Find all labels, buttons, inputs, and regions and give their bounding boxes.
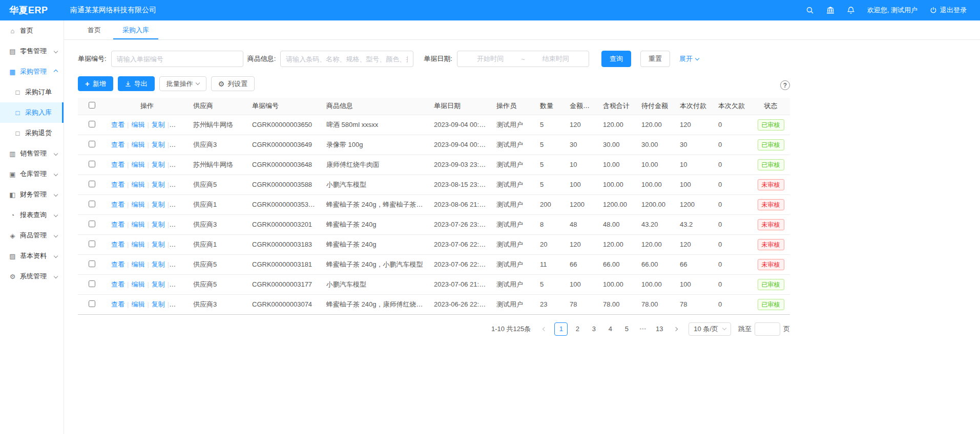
sidebar-item-retail[interactable]: ▤零售管理 bbox=[0, 41, 64, 61]
action-separator: | bbox=[168, 221, 169, 228]
row-action-edit[interactable]: 编辑 bbox=[131, 261, 144, 268]
row-action-copy[interactable]: 复制 bbox=[152, 280, 165, 288]
sidebar-item-purchase-in[interactable]: □采购入库 bbox=[0, 102, 64, 123]
sidebar-item-finance[interactable]: ◧财务管理 bbox=[0, 184, 64, 205]
row-checkbox[interactable] bbox=[89, 221, 95, 227]
reset-button[interactable]: 重置 bbox=[640, 51, 670, 67]
date-range-input[interactable]: 开始时间 ~ 结束时间 bbox=[457, 51, 589, 67]
row-action-view[interactable]: 查看 bbox=[111, 261, 124, 268]
row-action-view[interactable]: 查看 bbox=[111, 141, 124, 148]
row-checkbox[interactable] bbox=[89, 161, 95, 167]
bill-no-input[interactable] bbox=[111, 51, 243, 67]
add-button[interactable]: + 新增 bbox=[78, 76, 113, 91]
row-action-copy[interactable]: 复制 bbox=[152, 121, 165, 128]
row-checkbox[interactable] bbox=[89, 181, 95, 187]
sidebar-item-purchase-return[interactable]: □采购退货 bbox=[0, 123, 64, 143]
row-checkbox[interactable] bbox=[89, 280, 95, 287]
row-action-edit[interactable]: 编辑 bbox=[131, 181, 144, 188]
row-checkbox[interactable] bbox=[89, 121, 95, 127]
row-action-copy[interactable]: 复制 bbox=[152, 141, 165, 148]
bell-icon[interactable] bbox=[847, 6, 855, 14]
row-action-copy[interactable]: 复制 bbox=[152, 201, 165, 208]
tab-home[interactable]: 首页 bbox=[78, 20, 110, 39]
logout-button[interactable]: 退出登录 bbox=[930, 6, 967, 15]
row-action-view[interactable]: 查看 bbox=[111, 201, 124, 208]
page-button-1[interactable]: 1 bbox=[554, 322, 568, 336]
expand-link[interactable]: 展开 bbox=[679, 54, 699, 63]
sidebar-item-label: 仓库管理 bbox=[20, 169, 54, 179]
row-actions-cell: 查看|编辑|复制|删除 bbox=[106, 115, 188, 135]
cell-qty: 5 bbox=[535, 274, 565, 294]
page-button-5[interactable]: 5 bbox=[620, 322, 633, 336]
row-action-view[interactable]: 查看 bbox=[111, 121, 124, 128]
company-name: 南通某某网络科技有限公司 bbox=[70, 6, 156, 15]
page-button-13[interactable]: 13 bbox=[653, 322, 666, 336]
row-action-edit[interactable]: 编辑 bbox=[131, 161, 144, 168]
pagination-pages: 12345•••13 bbox=[554, 322, 666, 336]
jump-page-input[interactable] bbox=[755, 322, 780, 336]
row-checkbox[interactable] bbox=[89, 261, 95, 267]
cell-total: 30 bbox=[565, 135, 598, 155]
row-checkbox[interactable] bbox=[89, 141, 95, 147]
sidebar-item-label: 采购管理 bbox=[20, 67, 54, 76]
row-action-edit[interactable]: 编辑 bbox=[131, 121, 144, 128]
row-action-view[interactable]: 查看 bbox=[111, 280, 124, 288]
export-button[interactable]: 导出 bbox=[118, 76, 155, 91]
sidebar-item-system[interactable]: ⚙系统管理 bbox=[0, 266, 64, 287]
column-header: 本次欠款 bbox=[713, 98, 752, 115]
row-action-view[interactable]: 查看 bbox=[111, 181, 124, 188]
page-button-4[interactable]: 4 bbox=[603, 322, 617, 336]
status-badge: 未审核 bbox=[758, 219, 784, 230]
help-icon[interactable]: ? bbox=[780, 80, 790, 90]
sidebar-item-report[interactable]: ◔报表查询 bbox=[0, 205, 64, 225]
cell-status: 未审核 bbox=[752, 234, 790, 254]
page-button-2[interactable]: 2 bbox=[571, 322, 584, 336]
row-action-copy[interactable]: 复制 bbox=[152, 241, 165, 248]
status-badge: 已审核 bbox=[758, 159, 784, 170]
row-action-edit[interactable]: 编辑 bbox=[131, 280, 144, 288]
page-size-select[interactable]: 10 条/页 bbox=[689, 322, 731, 336]
prev-page-button[interactable] bbox=[538, 322, 551, 336]
sidebar-item-goods[interactable]: ◈商品管理 bbox=[0, 225, 64, 246]
welcome-text: 欢迎您, 测试用户 bbox=[867, 6, 918, 15]
row-checkbox[interactable] bbox=[89, 201, 95, 207]
row-action-edit[interactable]: 编辑 bbox=[131, 141, 144, 148]
row-action-edit[interactable]: 编辑 bbox=[131, 201, 144, 208]
row-action-view[interactable]: 查看 bbox=[111, 161, 124, 168]
logout-label: 退出登录 bbox=[940, 6, 967, 15]
row-action-edit[interactable]: 编辑 bbox=[131, 300, 144, 308]
sidebar-item-warehouse[interactable]: ▣仓库管理 bbox=[0, 164, 64, 184]
cell-tax_total: 100.00 bbox=[598, 274, 636, 294]
row-checkbox[interactable] bbox=[89, 241, 95, 247]
batch-operations-button[interactable]: 批量操作 bbox=[159, 76, 206, 91]
row-action-view[interactable]: 查看 bbox=[111, 221, 124, 228]
sidebar-item-basic[interactable]: ▨基本资料 bbox=[0, 246, 64, 266]
search-button[interactable]: 查询 bbox=[601, 51, 631, 67]
sidebar-item-purchase-order[interactable]: □采购订单 bbox=[0, 82, 64, 102]
platform-icon[interactable] bbox=[826, 6, 835, 14]
row-action-edit[interactable]: 编辑 bbox=[131, 221, 144, 228]
select-all-checkbox[interactable] bbox=[89, 102, 95, 108]
row-action-edit[interactable]: 编辑 bbox=[131, 241, 144, 248]
row-action-view[interactable]: 查看 bbox=[111, 241, 124, 248]
row-action-copy[interactable]: 复制 bbox=[152, 261, 165, 268]
sidebar-item-purchase[interactable]: ▦采购管理 bbox=[0, 61, 64, 82]
row-checkbox[interactable] bbox=[89, 300, 95, 307]
page-button-3[interactable]: 3 bbox=[587, 322, 600, 336]
column-header: 商品信息 bbox=[321, 98, 429, 115]
app-logo[interactable]: 华夏ERP bbox=[0, 4, 64, 16]
row-action-copy[interactable]: 复制 bbox=[152, 161, 165, 168]
row-action-copy[interactable]: 复制 bbox=[152, 221, 165, 228]
row-action-copy[interactable]: 复制 bbox=[152, 300, 165, 308]
column-settings-button[interactable]: ⚙ 列设置 bbox=[211, 76, 255, 91]
material-input[interactable] bbox=[280, 51, 413, 67]
row-action-copy[interactable]: 复制 bbox=[152, 181, 165, 188]
sidebar-item-sales[interactable]: ▥销售管理 bbox=[0, 143, 64, 164]
row-action-view[interactable]: 查看 bbox=[111, 300, 124, 308]
row-select-cell bbox=[78, 234, 106, 254]
next-page-button[interactable] bbox=[669, 322, 682, 336]
cell-due: 120.00 bbox=[636, 115, 675, 135]
sidebar-item-home[interactable]: ⌂首页 bbox=[0, 20, 64, 41]
tab-purchase-in[interactable]: 采购入库 bbox=[113, 20, 158, 39]
search-icon[interactable] bbox=[806, 6, 814, 14]
